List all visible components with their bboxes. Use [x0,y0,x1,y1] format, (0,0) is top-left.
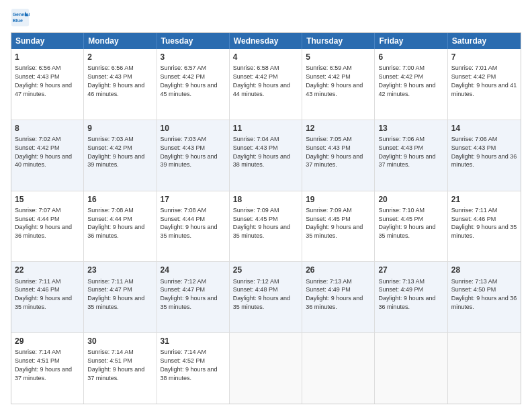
table-row [375,333,447,404]
table-row: 12Sunrise: 7:05 AMSunset: 4:43 PMDayligh… [302,120,375,191]
header-day: Tuesday [157,33,230,49]
cell-text: Sunrise: 7:01 AMSunset: 4:42 PMDaylight:… [451,64,517,97]
cell-text: Sunrise: 7:04 AMSunset: 4:43 PMDaylight:… [233,136,290,168]
day-number: 6 [378,52,443,62]
day-number: 1 [15,52,80,62]
header-day: Friday [375,33,447,49]
logo-icon: General Blue [11,8,30,27]
day-number: 16 [87,194,152,205]
table-row: 8Sunrise: 7:02 AMSunset: 4:42 PMDaylight… [11,120,84,191]
cell-text: Sunrise: 7:11 AMSunset: 4:46 PMDaylight:… [15,278,72,310]
table-row: 17Sunrise: 7:08 AMSunset: 4:44 PMDayligh… [157,191,230,262]
table-row: 30Sunrise: 7:14 AMSunset: 4:51 PMDayligh… [84,333,157,404]
day-number: 22 [15,265,80,275]
day-number: 4 [233,52,298,62]
cell-text: Sunrise: 7:06 AMSunset: 4:43 PMDaylight:… [451,136,517,168]
day-number: 18 [233,194,298,205]
cell-text: Sunrise: 7:11 AMSunset: 4:46 PMDaylight:… [451,207,517,239]
table-row: 7Sunrise: 7:01 AMSunset: 4:42 PMDaylight… [448,49,521,120]
table-row: 10Sunrise: 7:03 AMSunset: 4:43 PMDayligh… [157,120,230,191]
cell-text: Sunrise: 7:09 AMSunset: 4:45 PMDaylight:… [306,207,363,239]
svg-rect-0 [11,9,29,26]
cell-text: Sunrise: 7:02 AMSunset: 4:42 PMDaylight:… [15,136,72,168]
calendar-row: 1Sunrise: 6:56 AMSunset: 4:43 PMDaylight… [11,49,521,120]
day-number: 17 [161,194,226,205]
day-number: 8 [15,123,80,134]
cell-text: Sunrise: 7:14 AMSunset: 4:52 PMDaylight:… [161,349,218,381]
table-row [230,333,302,404]
day-number: 26 [306,265,371,275]
day-number: 12 [306,123,371,134]
table-row: 16Sunrise: 7:08 AMSunset: 4:44 PMDayligh… [84,191,157,262]
cell-text: Sunrise: 7:03 AMSunset: 4:43 PMDaylight:… [161,136,218,168]
table-row: 21Sunrise: 7:11 AMSunset: 4:46 PMDayligh… [448,191,521,262]
day-number: 28 [451,265,517,275]
cell-text: Sunrise: 7:08 AMSunset: 4:44 PMDaylight:… [161,207,218,239]
table-row: 26Sunrise: 7:13 AMSunset: 4:49 PMDayligh… [302,262,375,332]
calendar-header: SundayMondayTuesdayWednesdayThursdayFrid… [11,33,521,49]
logo: General Blue [11,8,32,27]
day-number: 27 [378,265,443,275]
table-row: 25Sunrise: 7:12 AMSunset: 4:48 PMDayligh… [230,262,302,332]
header-day: Wednesday [230,33,302,49]
table-row: 9Sunrise: 7:03 AMSunset: 4:42 PMDaylight… [84,120,157,191]
table-row: 6Sunrise: 7:00 AMSunset: 4:42 PMDaylight… [375,49,447,120]
cell-text: Sunrise: 7:14 AMSunset: 4:51 PMDaylight:… [87,349,144,381]
header-day: Saturday [448,33,521,49]
table-row [302,333,375,404]
header-day: Sunday [11,33,84,49]
cell-text: Sunrise: 7:09 AMSunset: 4:45 PMDaylight:… [233,207,290,239]
table-row: 31Sunrise: 7:14 AMSunset: 4:52 PMDayligh… [157,333,230,404]
cell-text: Sunrise: 6:56 AMSunset: 4:43 PMDaylight:… [15,64,72,97]
header-day: Thursday [302,33,375,49]
table-row: 23Sunrise: 7:11 AMSunset: 4:47 PMDayligh… [84,262,157,332]
cell-text: Sunrise: 6:57 AMSunset: 4:42 PMDaylight:… [161,64,218,97]
table-row: 24Sunrise: 7:12 AMSunset: 4:47 PMDayligh… [157,262,230,332]
table-row [448,333,521,404]
day-number: 20 [378,194,443,205]
cell-text: Sunrise: 7:05 AMSunset: 4:43 PMDaylight:… [306,136,363,168]
day-number: 24 [161,265,226,275]
cell-text: Sunrise: 7:06 AMSunset: 4:43 PMDaylight:… [378,136,435,168]
cell-text: Sunrise: 7:07 AMSunset: 4:44 PMDaylight:… [15,207,72,239]
day-number: 31 [161,336,226,347]
day-number: 11 [233,123,298,134]
cell-text: Sunrise: 7:00 AMSunset: 4:42 PMDaylight:… [378,64,435,97]
cell-text: Sunrise: 7:14 AMSunset: 4:51 PMDaylight:… [15,349,72,381]
cell-text: Sunrise: 7:12 AMSunset: 4:47 PMDaylight:… [161,278,218,310]
day-number: 23 [87,265,152,275]
cell-text: Sunrise: 6:59 AMSunset: 4:42 PMDaylight:… [306,64,363,97]
cell-text: Sunrise: 7:11 AMSunset: 4:47 PMDaylight:… [87,278,144,310]
table-row: 2Sunrise: 6:56 AMSunset: 4:43 PMDaylight… [84,49,157,120]
day-number: 13 [378,123,443,134]
day-number: 9 [87,123,152,134]
day-number: 7 [451,52,517,62]
svg-text:Blue: Blue [13,18,23,23]
cell-text: Sunrise: 7:13 AMSunset: 4:49 PMDaylight:… [378,278,435,310]
table-row: 5Sunrise: 6:59 AMSunset: 4:42 PMDaylight… [302,49,375,120]
cell-text: Sunrise: 6:56 AMSunset: 4:43 PMDaylight:… [87,64,144,97]
cell-text: Sunrise: 7:13 AMSunset: 4:50 PMDaylight:… [451,278,517,310]
calendar-row: 15Sunrise: 7:07 AMSunset: 4:44 PMDayligh… [11,191,521,263]
cell-text: Sunrise: 7:08 AMSunset: 4:44 PMDaylight:… [87,207,144,239]
table-row: 14Sunrise: 7:06 AMSunset: 4:43 PMDayligh… [448,120,521,191]
calendar: SundayMondayTuesdayWednesdayThursdayFrid… [11,32,521,404]
cell-text: Sunrise: 6:58 AMSunset: 4:42 PMDaylight:… [233,64,290,97]
day-number: 15 [15,194,80,205]
table-row: 29Sunrise: 7:14 AMSunset: 4:51 PMDayligh… [11,333,84,404]
day-number: 19 [306,194,371,205]
table-row: 1Sunrise: 6:56 AMSunset: 4:43 PMDaylight… [11,49,84,120]
table-row: 20Sunrise: 7:10 AMSunset: 4:45 PMDayligh… [375,191,447,262]
day-number: 3 [161,52,226,62]
day-number: 29 [15,336,80,347]
day-number: 30 [87,336,152,347]
table-row: 4Sunrise: 6:58 AMSunset: 4:42 PMDaylight… [230,49,302,120]
table-row: 13Sunrise: 7:06 AMSunset: 4:43 PMDayligh… [375,120,447,191]
day-number: 25 [233,265,298,275]
calendar-row: 29Sunrise: 7:14 AMSunset: 4:51 PMDayligh… [11,333,521,404]
calendar-row: 8Sunrise: 7:02 AMSunset: 4:42 PMDaylight… [11,120,521,191]
table-row: 19Sunrise: 7:09 AMSunset: 4:45 PMDayligh… [302,191,375,262]
calendar-row: 22Sunrise: 7:11 AMSunset: 4:46 PMDayligh… [11,262,521,333]
day-number: 21 [451,194,517,205]
table-row: 27Sunrise: 7:13 AMSunset: 4:49 PMDayligh… [375,262,447,332]
